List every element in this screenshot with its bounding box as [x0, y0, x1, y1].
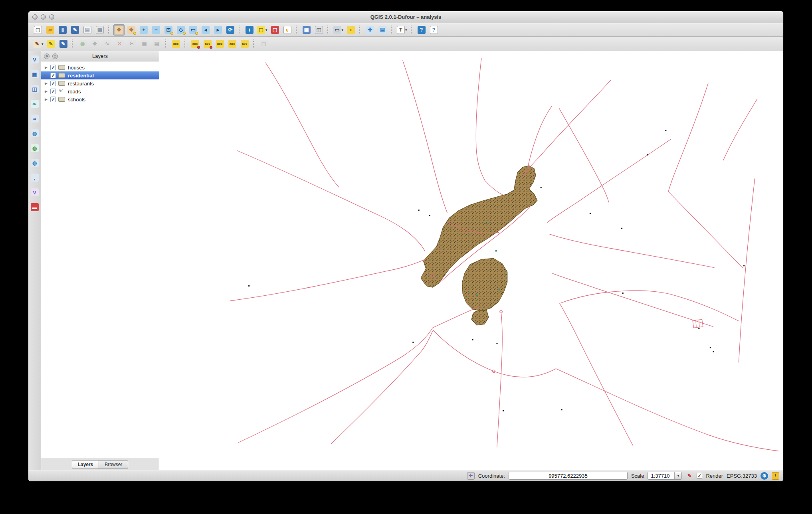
layer-item-roads[interactable]: ▶✓roads	[41, 87, 159, 95]
label-pin[interactable]: abc	[190, 38, 201, 49]
add-raster-layer[interactable]: ▦	[30, 69, 40, 79]
close-button[interactable]	[32, 14, 38, 20]
coordinate-label: Coordinate:	[478, 473, 505, 479]
map-svg[interactable]	[159, 51, 783, 470]
minimize-button[interactable]	[41, 14, 46, 20]
tab-layers[interactable]: Layers	[72, 460, 99, 469]
label-properties[interactable]: abc	[239, 38, 250, 49]
whats-this[interactable]: ?	[428, 24, 440, 36]
add-feature[interactable]: ◉	[77, 38, 88, 49]
layer-visibility-checkbox[interactable]: ✓	[50, 65, 56, 70]
zoom-button[interactable]	[49, 14, 54, 20]
pan-to-selection[interactable]: ✥	[126, 24, 137, 36]
save-project[interactable]: ▮	[57, 24, 68, 36]
add-vector-layer[interactable]: V	[30, 54, 40, 65]
measure-line[interactable]: ▭▾	[333, 24, 345, 36]
select-by-expression[interactable]: ε	[282, 24, 293, 36]
layer-visibility-checkbox[interactable]: ✓	[50, 89, 56, 94]
copy-features[interactable]: ▣	[139, 38, 150, 49]
panel-close-icon[interactable]: ✕	[44, 53, 50, 59]
current-edits-dropdown-icon[interactable]: ▾	[42, 42, 44, 46]
expand-arrow-icon[interactable]: ▶	[45, 73, 50, 77]
select-features[interactable]: ▢▾	[256, 24, 268, 36]
scale-edit-icon[interactable]: ✎	[685, 472, 693, 480]
composer-manager[interactable]: ▦	[94, 24, 105, 36]
open-attribute-table[interactable]: ▦	[301, 24, 312, 36]
toggle-extents-icon[interactable]: ✛	[467, 472, 475, 480]
layer-item-houses[interactable]: ▶✓houses	[41, 63, 159, 71]
pan-map[interactable]: ✥	[113, 24, 125, 36]
crs-status-icon[interactable]: ⊕	[761, 472, 768, 480]
save-project-as[interactable]: ✎	[69, 24, 81, 36]
add-mssql-layer[interactable]: ≈	[30, 113, 40, 124]
zoom-to-selection[interactable]: ◇	[175, 24, 186, 36]
add-wcs-layer[interactable]: ◍	[30, 143, 40, 153]
scale-dropdown-icon[interactable]: ▾	[674, 472, 681, 479]
expand-arrow-icon[interactable]: ▶	[45, 81, 50, 85]
add-spatialite-layer[interactable]: ❧	[30, 99, 40, 109]
select-features-dropdown-icon[interactable]: ▾	[265, 28, 267, 32]
expand-arrow-icon[interactable]: ▶	[45, 89, 50, 93]
layer-polygon-icon	[58, 81, 65, 86]
zoom-full-extent[interactable]: ⊡	[163, 24, 174, 36]
add-wms-layer-icon: ◍	[31, 129, 39, 137]
refresh-map[interactable]: ⟳	[225, 24, 236, 36]
layer-item-schools[interactable]: ▶✓schools	[41, 95, 159, 103]
add-postgis-layer[interactable]: ◫	[30, 84, 40, 94]
zoom-last[interactable]: ◂	[200, 24, 211, 36]
new-project[interactable]: ▢	[32, 24, 44, 36]
save-layer-edits[interactable]: ✎	[58, 38, 69, 49]
layer-visibility-checkbox[interactable]: ✓	[50, 81, 56, 86]
show-bookmarks[interactable]: ▤	[377, 24, 388, 36]
label-move[interactable]: abc	[214, 38, 226, 49]
expand-arrow-icon[interactable]: ▶	[45, 65, 50, 69]
paste-features[interactable]: ▤	[151, 38, 162, 49]
move-feature[interactable]: ✥	[89, 38, 101, 49]
text-annotation[interactable]: T▾	[396, 24, 408, 36]
log-messages-icon[interactable]: !	[772, 472, 779, 480]
current-edits[interactable]: ✎▾	[32, 38, 44, 49]
panel-float-icon[interactable]: ◻	[52, 53, 58, 59]
layer-visibility-checkbox[interactable]: ✓	[50, 73, 56, 78]
layer-item-restaurants[interactable]: ▶✓restaurants	[41, 79, 159, 87]
cut-features[interactable]: ✂	[127, 38, 138, 49]
label-rotate[interactable]: abc	[227, 38, 238, 49]
delete-selected[interactable]: ✕	[114, 38, 125, 49]
toggle-editing[interactable]: ✎	[46, 38, 57, 49]
open-project[interactable]: ▰	[45, 24, 56, 36]
add-wfs-layer[interactable]: ◍	[30, 158, 40, 168]
map-canvas[interactable]	[159, 51, 783, 470]
title-bar[interactable]: QGIS 2.0.1-Dufour – analysis	[28, 11, 783, 23]
deselect-features[interactable]: ▢	[269, 24, 281, 36]
node-tool[interactable]: ∿	[102, 38, 113, 49]
zoom-out-icon: −	[152, 26, 160, 34]
new-print-composer[interactable]: ▤	[82, 24, 93, 36]
zoom-next[interactable]: ▸	[212, 24, 224, 36]
render-checkbox[interactable]: ✓	[697, 473, 702, 478]
tab-browser[interactable]: Browser	[99, 460, 128, 469]
labeling[interactable]: abc	[170, 38, 182, 49]
new-bookmark[interactable]: ✚	[364, 24, 376, 36]
layer-visibility-checkbox[interactable]: ✓	[50, 97, 56, 102]
add-wms-layer[interactable]: ◍	[30, 128, 40, 138]
map-tips[interactable]: ◗	[345, 24, 356, 36]
zoom-to-layer[interactable]: ▭	[188, 24, 199, 36]
label-show-hide[interactable]: abc	[202, 38, 213, 49]
scale-combo[interactable]: 1:37710 ▾	[648, 472, 682, 480]
layer-item-residential[interactable]: ▶✓residential	[41, 71, 159, 79]
coordinate-input[interactable]	[509, 472, 628, 480]
expand-arrow-icon[interactable]: ▶	[45, 97, 50, 101]
scale-value[interactable]: 1:37710	[648, 473, 674, 479]
text-annotation-dropdown-icon[interactable]: ▾	[405, 28, 407, 32]
remove-layer[interactable]: ▬	[30, 202, 40, 212]
zoom-out[interactable]: −	[151, 24, 162, 36]
new-shapefile-layer[interactable]: V	[30, 187, 40, 198]
measure-line-dropdown-icon[interactable]: ▾	[342, 28, 344, 32]
identify-features[interactable]: i	[244, 24, 255, 36]
add-delimited-text-layer[interactable]: ,	[30, 172, 40, 183]
add-vector-layer-icon: V	[31, 55, 39, 63]
field-calculator[interactable]: ◫	[313, 24, 325, 36]
annotation-tool[interactable]: ▢	[258, 38, 269, 49]
help[interactable]: ?	[416, 24, 427, 36]
zoom-in[interactable]: +	[138, 24, 149, 36]
